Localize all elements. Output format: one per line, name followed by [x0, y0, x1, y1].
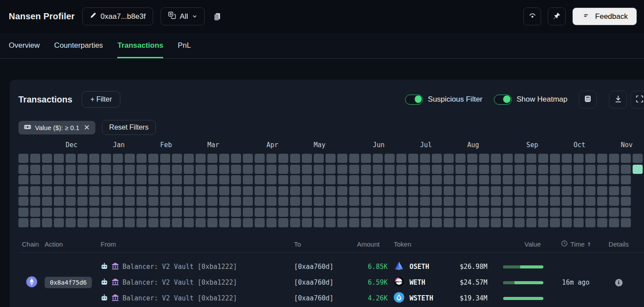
toggle-switch[interactable]	[405, 95, 423, 105]
heatmap-cell[interactable]	[479, 186, 489, 195]
heatmap-cell[interactable]	[314, 186, 324, 195]
heatmap-cell[interactable]	[302, 218, 312, 227]
heatmap-cell[interactable]	[633, 154, 643, 163]
heatmap-cell[interactable]	[514, 165, 525, 174]
heatmap-cell[interactable]	[113, 208, 123, 217]
heatmap-cell[interactable]	[302, 186, 312, 195]
heatmap-cell[interactable]	[349, 175, 359, 184]
heatmap-cell[interactable]	[349, 154, 359, 163]
heatmap-cell[interactable]	[385, 175, 395, 184]
heatmap-cell[interactable]	[467, 186, 477, 195]
heatmap-cell[interactable]	[326, 175, 336, 184]
heatmap-cell[interactable]	[113, 186, 123, 195]
heatmap-cell[interactable]	[89, 197, 99, 206]
heatmap-cell[interactable]	[479, 175, 489, 184]
heatmap-cell[interactable]	[219, 154, 229, 163]
heatmap-cell[interactable]	[113, 197, 123, 206]
heatmap-cell[interactable]	[54, 186, 64, 195]
heatmap-cell[interactable]	[621, 186, 631, 195]
heatmap-cell[interactable]	[184, 175, 194, 184]
heatmap-cell[interactable]	[231, 175, 241, 184]
heatmap-cell[interactable]	[408, 175, 418, 184]
heatmap-cell[interactable]	[266, 165, 276, 174]
heatmap-cell[interactable]	[455, 218, 466, 227]
heatmap-cell[interactable]	[89, 218, 99, 227]
heatmap-cell[interactable]	[30, 175, 40, 184]
heatmap-cell[interactable]	[172, 197, 182, 206]
heatmap-cell[interactable]	[574, 175, 584, 184]
heatmap-cell[interactable]	[30, 197, 40, 206]
heatmap-cell[interactable]	[77, 197, 88, 206]
heatmap-cell[interactable]	[184, 218, 194, 227]
heatmap-cell[interactable]	[479, 208, 489, 217]
heatmap-cell[interactable]	[385, 208, 395, 217]
heatmap-cell[interactable]	[326, 197, 336, 206]
heatmap-cell[interactable]	[30, 186, 40, 195]
heatmap-cell[interactable]	[113, 218, 123, 227]
heatmap-cell[interactable]	[18, 218, 28, 227]
heatmap-cell[interactable]	[278, 154, 288, 163]
heatmap-cell[interactable]	[160, 186, 170, 195]
heatmap-cell[interactable]	[550, 175, 560, 184]
heatmap-cell[interactable]	[361, 165, 371, 174]
heatmap-cell[interactable]	[148, 186, 158, 195]
heatmap-cell[interactable]	[526, 154, 536, 163]
heatmap-cell[interactable]	[302, 197, 312, 206]
heatmap-cell[interactable]	[432, 218, 442, 227]
heatmap-cell[interactable]	[621, 197, 631, 206]
heatmap-cell[interactable]	[42, 154, 52, 163]
heatmap-cell[interactable]	[455, 186, 466, 195]
transaction-row[interactable]: 0x8a4f75d6 Balancer: V2 Vault [0xba1222]…	[18, 253, 644, 306]
heatmap-cell[interactable]	[196, 154, 206, 163]
heatmap-cell[interactable]	[373, 208, 383, 217]
heatmap-cell[interactable]	[503, 175, 513, 184]
heatmap-cell[interactable]	[77, 208, 88, 217]
heatmap-cell[interactable]	[349, 165, 359, 174]
heatmap-cell[interactable]	[243, 218, 253, 227]
heatmap-cell[interactable]	[207, 165, 217, 174]
to-cell[interactable]: [0xaa760d]	[294, 279, 356, 286]
heatmap-cell[interactable]	[585, 175, 595, 184]
heatmap-cell[interactable]	[125, 154, 135, 163]
heatmap-cell[interactable]	[207, 154, 217, 163]
heatmap-cell[interactable]	[467, 208, 477, 217]
heatmap-cell[interactable]	[574, 218, 584, 227]
heatmap-cell[interactable]	[597, 208, 607, 217]
heatmap-cell[interactable]	[337, 208, 347, 217]
heatmap-cell[interactable]	[538, 208, 548, 217]
heatmap-cell[interactable]	[255, 186, 265, 195]
heatmap-cell[interactable]	[77, 175, 88, 184]
heatmap-cell[interactable]	[503, 197, 513, 206]
heatmap-cell[interactable]	[373, 175, 383, 184]
heatmap-cell[interactable]	[373, 154, 383, 163]
heatmap-cell[interactable]	[574, 197, 584, 206]
heatmap-cell[interactable]	[172, 175, 182, 184]
heatmap-cell[interactable]	[231, 186, 241, 195]
heatmap-cell[interactable]	[136, 186, 147, 195]
heatmap-cell[interactable]	[420, 186, 430, 195]
heatmap-cell[interactable]	[526, 186, 536, 195]
heatmap-cell[interactable]	[444, 165, 454, 174]
heatmap-cell[interactable]	[326, 218, 336, 227]
heatmap-cell[interactable]	[196, 175, 206, 184]
tab-pnl[interactable]: PnL	[178, 33, 191, 58]
heatmap-cell[interactable]	[550, 218, 560, 227]
heatmap-cell[interactable]	[396, 197, 406, 206]
heatmap-cell[interactable]	[585, 165, 595, 174]
heatmap-cell[interactable]	[266, 154, 276, 163]
heatmap-cell[interactable]	[125, 197, 135, 206]
heatmap-cell[interactable]	[396, 218, 406, 227]
download-button[interactable]	[609, 91, 627, 109]
remove-filter-icon[interactable]: ✕	[84, 123, 90, 132]
suspicious-filter-toggle[interactable]: Suspicious Filter	[405, 95, 483, 105]
heatmap-cell[interactable]	[585, 218, 595, 227]
heatmap-cell[interactable]	[479, 197, 489, 206]
token-cell[interactable]: WETH WETH	[388, 276, 447, 289]
heatmap-cell[interactable]	[42, 218, 52, 227]
heatmap-cell[interactable]	[302, 165, 312, 174]
heatmap-cell[interactable]	[432, 175, 442, 184]
heatmap-cell[interactable]	[302, 175, 312, 184]
sort-arrows-icon[interactable]: ▲▼	[587, 242, 591, 247]
col-header-time[interactable]: Time ▲▼	[547, 240, 605, 248]
token-cell[interactable]: WSTETH	[388, 292, 447, 304]
